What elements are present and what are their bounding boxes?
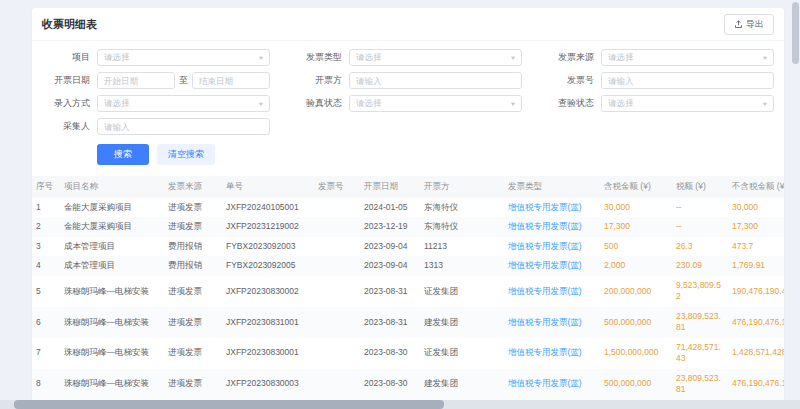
project-placeholder: 请选择 <box>104 52 259 64</box>
cell-source: 进项发票 <box>164 276 222 307</box>
invoice-no-input[interactable] <box>601 72 774 89</box>
page-title: 收票明细表 <box>42 17 97 32</box>
cell-tax: -- <box>672 198 728 217</box>
cell-project: 成本管理项目 <box>60 256 164 275</box>
clear-search-button[interactable]: 清空搜索 <box>157 144 215 165</box>
filter-panel: 项目 请选择 ▾ 发票类型 请选择 ▾ 发票来源 请选择 ▾ <box>32 41 784 174</box>
cell-type: 增值税专用发票(蓝) <box>504 217 600 236</box>
table-header-row: 序号项目名称发票来源单号发票号开票日期开票方发票类型含税金额 (¥)税额 (¥)… <box>32 176 784 198</box>
table-row: 7珠穆朗玛峰—电梯安装进项发票JXFP202308300012023-08-30… <box>32 338 784 369</box>
table-row: 4成本管理项目费用报销FYBX20230920052023-09-041313增… <box>32 256 784 275</box>
horizontal-scrollbar[interactable] <box>0 400 800 409</box>
column-header: 发票来源 <box>164 176 222 198</box>
check-status-placeholder: 请选择 <box>608 98 763 110</box>
cell-issuer: 东海特仪 <box>420 217 504 236</box>
cell-tax: 26.3 <box>672 237 728 256</box>
cell-no: 4 <box>32 256 60 275</box>
export-button[interactable]: 导出 <box>724 14 774 35</box>
project-label: 项目 <box>36 51 90 64</box>
check-status-label: 查验状态 <box>540 97 594 110</box>
cell-date: 2023-12-19 <box>360 217 420 236</box>
cell-net: 1,769.91 <box>728 256 784 275</box>
column-header: 单号 <box>222 176 314 198</box>
invoice-table: 序号项目名称发票来源单号发票号开票日期开票方发票类型含税金额 (¥)税额 (¥)… <box>32 176 784 400</box>
cell-net: 30,000 <box>728 198 784 217</box>
column-header: 开票方 <box>420 176 504 198</box>
invoice-detail-card: 收票明细表 导出 项目 请选择 ▾ 发票类型 请选择 <box>32 8 784 409</box>
cell-source: 进项发票 <box>164 369 222 400</box>
cell-type: 增值税专用发票(蓝) <box>504 198 600 217</box>
cell-project: 珠穆朗玛峰—电梯安装 <box>60 307 164 338</box>
cell-tax: 71,428,571.43 <box>672 338 728 369</box>
cell-invoice_no <box>314 198 360 217</box>
table-body: 1金能大厦采购项目进项发票JXFP202401050012024-01-05东海… <box>32 198 784 400</box>
cell-order_no: JXFP20230831001 <box>222 307 314 338</box>
project-select[interactable]: 请选择 ▾ <box>97 49 270 66</box>
check-status-select[interactable]: 请选择 ▾ <box>601 95 774 112</box>
cell-invoice_no <box>314 276 360 307</box>
collector-label: 采集人 <box>36 120 90 133</box>
cell-project: 金能大厦采购项目 <box>60 217 164 236</box>
end-date-input[interactable] <box>192 72 270 89</box>
search-button[interactable]: 搜索 <box>97 144 149 165</box>
cell-order_no: FYBX2023092003 <box>222 237 314 256</box>
table-row: 2金能大厦采购项目进项发票JXFP202312190022023-12-19东海… <box>32 217 784 236</box>
cell-issuer: 建发集团 <box>420 369 504 400</box>
cell-project: 珠穆朗玛峰—电梯安装 <box>60 369 164 400</box>
cell-issuer: 1313 <box>420 256 504 275</box>
cell-project: 金能大厦采购项目 <box>60 198 164 217</box>
cell-no: 6 <box>32 307 60 338</box>
cell-no: 2 <box>32 217 60 236</box>
cell-source: 进项发票 <box>164 217 222 236</box>
vertical-scrollbar-thumb[interactable] <box>792 2 799 64</box>
cell-invoice_no <box>314 369 360 400</box>
cell-amount: 1,500,000,000 <box>600 338 672 369</box>
chevron-down-icon: ▾ <box>259 100 263 107</box>
cell-net: 476,190,476.19 <box>728 369 784 400</box>
cell-issuer: 证发集团 <box>420 338 504 369</box>
column-header: 项目名称 <box>60 176 164 198</box>
cell-invoice_no <box>314 256 360 275</box>
cell-net: 190,476,190.48 <box>728 276 784 307</box>
cell-tax: 23,809,523.81 <box>672 307 728 338</box>
export-label: 导出 <box>746 18 764 31</box>
column-header: 不含税金额 (¥) <box>728 176 784 198</box>
entry-method-label: 录入方式 <box>36 97 90 110</box>
cell-issuer: 11213 <box>420 237 504 256</box>
invoice-table-wrap: 序号项目名称发票来源单号发票号开票日期开票方发票类型含税金额 (¥)税额 (¥)… <box>32 176 784 400</box>
invoice-date-label: 开票日期 <box>36 74 90 87</box>
chevron-down-icon: ▾ <box>763 100 767 107</box>
invoice-source-label: 发票来源 <box>540 51 594 64</box>
cell-amount: 500,000,000 <box>600 369 672 400</box>
entry-method-placeholder: 请选择 <box>104 98 259 110</box>
cell-amount: 17,300 <box>600 217 672 236</box>
cell-invoice_no <box>314 307 360 338</box>
cell-source: 进项发票 <box>164 307 222 338</box>
collector-input[interactable] <box>97 118 270 135</box>
cell-type: 增值税专用发票(蓝) <box>504 237 600 256</box>
invoice-source-select[interactable]: 请选择 ▾ <box>601 49 774 66</box>
verify-status-select[interactable]: 请选择 ▾ <box>349 95 522 112</box>
issuer-input[interactable] <box>349 72 522 89</box>
cell-order_no: FYBX2023092005 <box>222 256 314 275</box>
cell-project: 珠穆朗玛峰—电梯安装 <box>60 338 164 369</box>
cell-tax: 23,809,523.81 <box>672 369 728 400</box>
cell-date: 2024-01-05 <box>360 198 420 217</box>
cell-source: 进项发票 <box>164 198 222 217</box>
invoice-type-select[interactable]: 请选择 ▾ <box>349 49 522 66</box>
horizontal-scrollbar-thumb[interactable] <box>14 400 444 409</box>
cell-net: 17,300 <box>728 217 784 236</box>
cell-project: 珠穆朗玛峰—电梯安装 <box>60 276 164 307</box>
cell-invoice_no <box>314 338 360 369</box>
cell-invoice_no <box>314 217 360 236</box>
cell-order_no: JXFP20231219002 <box>222 217 314 236</box>
vertical-scrollbar[interactable] <box>792 0 799 400</box>
entry-method-select[interactable]: 请选择 ▾ <box>97 95 270 112</box>
cell-order_no: JXFP20230830001 <box>222 338 314 369</box>
start-date-input[interactable] <box>97 72 175 89</box>
chevron-down-icon: ▾ <box>259 54 263 61</box>
cell-amount: 200,000,000 <box>600 276 672 307</box>
table-row: 8珠穆朗玛峰—电梯安装进项发票JXFP202308300032023-08-30… <box>32 369 784 400</box>
issuer-label: 开票方 <box>288 74 342 87</box>
cell-order_no: JXFP20240105001 <box>222 198 314 217</box>
